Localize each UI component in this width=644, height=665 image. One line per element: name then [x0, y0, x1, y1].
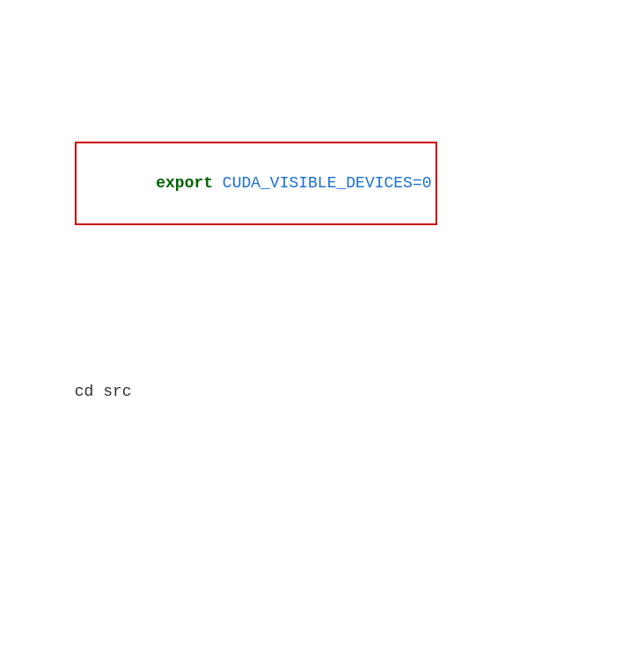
- line-export: export CUDA_VISIBLE_DEVICES=0: [18, 115, 626, 251]
- code-block: export CUDA_VISIBLE_DEVICES=0 cd src ## …: [18, 14, 626, 665]
- code-container: export CUDA_VISIBLE_DEVICES=0 cd src ## …: [18, 14, 626, 665]
- line-cd: cd src: [18, 353, 626, 431]
- empty-line-1: [18, 532, 626, 559]
- cmd-cd: cd src: [75, 383, 132, 400]
- keyword-export: export: [156, 174, 213, 192]
- env-var: CUDA_VISIBLE_DEVICES=0: [213, 174, 431, 192]
- line-comment: ## Perform detection and evaluation: [18, 660, 626, 665]
- highlight-export: export CUDA_VISIBLE_DEVICES=0: [75, 142, 437, 225]
